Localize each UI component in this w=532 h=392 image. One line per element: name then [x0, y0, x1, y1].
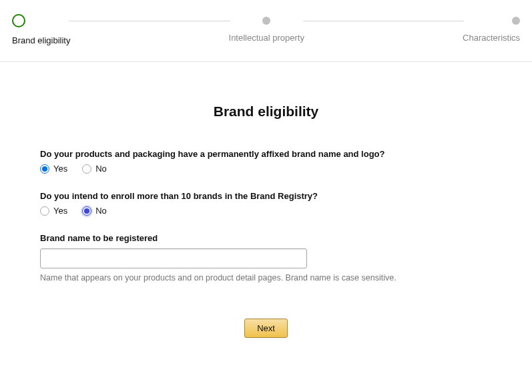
radio-icon [82, 206, 91, 216]
step-characteristics[interactable]: Characteristics [463, 15, 520, 43]
field-hint: Name that appears on your products and o… [40, 273, 492, 282]
step-intellectual-property[interactable]: Intellectual property [229, 15, 304, 43]
stepper-connector [70, 15, 228, 28]
radio-icon [40, 206, 49, 216]
radio-icon [82, 164, 91, 174]
step-brand-eligibility[interactable]: Brand eligibility [12, 15, 70, 45]
next-button[interactable]: Next [244, 319, 288, 338]
radio-option-no[interactable]: No [82, 164, 107, 174]
step-circle-active [12, 14, 25, 27]
radio-label: No [95, 164, 107, 174]
header-divider [0, 61, 532, 62]
radio-option-no[interactable]: No [82, 206, 107, 216]
step-circle-inactive [262, 17, 270, 25]
progress-stepper: Brand eligibility Intellectual property … [0, 0, 532, 45]
radio-label: Yes [53, 206, 67, 216]
step-label: Intellectual property [229, 33, 304, 43]
radio-group-q1: Yes No [40, 164, 492, 174]
question-text: Do your products and packaging have a pe… [40, 149, 492, 159]
field-label: Brand name to be registered [40, 233, 492, 243]
radio-label: No [95, 206, 107, 216]
question-block-affixed-brand: Do your products and packaging have a pe… [40, 149, 492, 174]
question-text: Do you intend to enroll more than 10 bra… [40, 191, 492, 201]
step-circle-inactive [512, 17, 520, 25]
step-label: Brand eligibility [12, 35, 70, 45]
radio-icon [40, 164, 49, 174]
page-title: Brand eligibility [40, 104, 492, 120]
radio-label: Yes [53, 164, 67, 174]
brand-name-input[interactable] [40, 248, 307, 268]
radio-option-yes[interactable]: Yes [40, 206, 67, 216]
form-content: Brand eligibility Do your products and p… [0, 104, 532, 338]
field-block-brand-name: Brand name to be registered Name that ap… [40, 233, 492, 282]
button-row: Next [40, 319, 492, 338]
radio-group-q2: Yes No [40, 206, 492, 216]
radio-option-yes[interactable]: Yes [40, 164, 67, 174]
step-label: Characteristics [463, 33, 520, 43]
question-block-enroll-brands: Do you intend to enroll more than 10 bra… [40, 191, 492, 216]
stepper-connector [304, 15, 463, 28]
